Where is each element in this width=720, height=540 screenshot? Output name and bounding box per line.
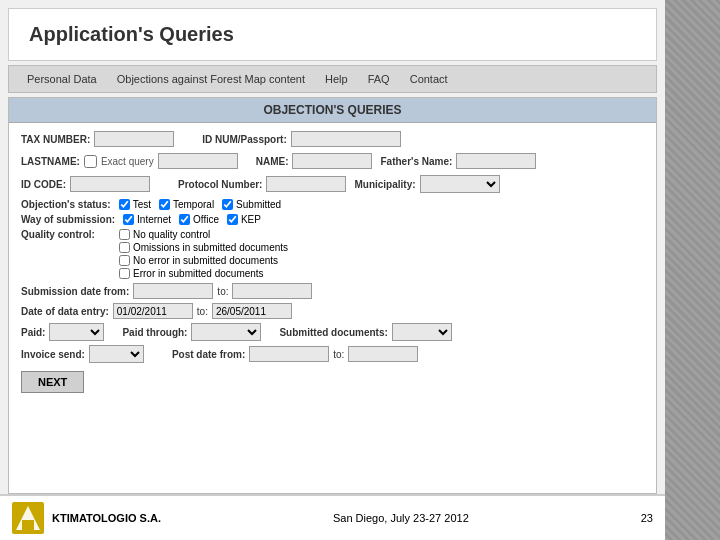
footer-page-number: 23 <box>641 512 653 524</box>
internet-checkbox-group: Internet <box>123 214 171 225</box>
submission-date-label: Submission date from: <box>21 286 129 297</box>
submitted-docs-label: Submitted documents: <box>279 327 387 338</box>
protocol-label: Protocol Number: <box>178 179 262 190</box>
error-group: Error in submitted documents <box>119 268 288 279</box>
paid-row: Paid: Paid through: Submitted documents: <box>21 323 644 341</box>
objection-status-label: Objection's status: <box>21 199 111 210</box>
omissions-label: Omissions in submitted documents <box>133 242 288 253</box>
tax-number-input[interactable] <box>94 131 174 147</box>
id-code-input[interactable] <box>70 176 150 192</box>
name-group: NAME: <box>256 153 373 169</box>
temporal-checkbox[interactable] <box>159 199 170 210</box>
right-panel <box>665 0 720 540</box>
invoice-send-group: Invoice send: <box>21 345 144 363</box>
nav-faq[interactable]: FAQ <box>358 70 400 88</box>
title-area: Application's Queries <box>8 8 657 61</box>
no-error-label: No error in submitted documents <box>133 255 278 266</box>
company-logo-icon <box>12 502 44 534</box>
no-quality-checkbox[interactable] <box>119 229 130 240</box>
paid-label: Paid: <box>21 327 45 338</box>
submitted-checkbox[interactable] <box>222 199 233 210</box>
nav-bar: Personal Data Objections against Forest … <box>8 65 657 93</box>
nav-help[interactable]: Help <box>315 70 358 88</box>
protocol-input[interactable] <box>266 176 346 192</box>
tax-number-group: TAX NUMBER: <box>21 131 174 147</box>
date-entry-from-input[interactable] <box>113 303 193 319</box>
office-checkbox-group: Office <box>179 214 219 225</box>
nav-personal-data[interactable]: Personal Data <box>17 70 107 88</box>
id-code-label: ID CODE: <box>21 179 66 190</box>
footer-event: San Diego, July 23-27 2012 <box>333 512 469 524</box>
submitted-docs-group: Submitted documents: <box>279 323 451 341</box>
nav-contact[interactable]: Contact <box>400 70 458 88</box>
no-quality-label: No quality control <box>133 229 210 240</box>
protocol-group: Protocol Number: <box>178 176 346 192</box>
objection-status-row: Objection's status: Test Temporal Submit… <box>21 199 644 210</box>
form-body: TAX NUMBER: ID NUM/Passport: LASTNAME: E… <box>9 123 656 401</box>
post-date-label: Post date from: <box>172 349 245 360</box>
right-panel-image <box>665 0 720 540</box>
invoice-send-label: Invoice send: <box>21 349 85 360</box>
paid-through-select[interactable] <box>191 323 261 341</box>
kep-label: KEP <box>241 214 261 225</box>
name-input[interactable] <box>292 153 372 169</box>
invoice-row: Invoice send: Post date from: to: <box>21 345 644 363</box>
omissions-group: Omissions in submitted documents <box>119 242 288 253</box>
lastname-label: LASTNAME: <box>21 156 80 167</box>
submission-date-to-input[interactable] <box>232 283 312 299</box>
paid-select[interactable] <box>49 323 104 341</box>
svg-rect-2 <box>22 520 34 530</box>
id-num-label: ID NUM/Passport: <box>202 134 286 145</box>
post-date-to-input[interactable] <box>348 346 418 362</box>
office-checkbox[interactable] <box>179 214 190 225</box>
no-error-group: No error in submitted documents <box>119 255 288 266</box>
temporal-label: Temporal <box>173 199 214 210</box>
submitted-docs-select[interactable] <box>392 323 452 341</box>
id-num-input[interactable] <box>291 131 401 147</box>
submission-date-from-input[interactable] <box>133 283 213 299</box>
paid-through-group: Paid through: <box>122 323 261 341</box>
fathers-name-input[interactable] <box>456 153 536 169</box>
tax-number-label: TAX NUMBER: <box>21 134 90 145</box>
test-checkbox[interactable] <box>119 199 130 210</box>
paid-group: Paid: <box>21 323 104 341</box>
quality-options: No quality control Omissions in submitte… <box>119 229 288 279</box>
municipality-select[interactable] <box>420 175 500 193</box>
exact-query-label: Exact query <box>101 156 154 167</box>
submitted-label: Submitted <box>236 199 281 210</box>
error-checkbox[interactable] <box>119 268 130 279</box>
internet-checkbox[interactable] <box>123 214 134 225</box>
no-error-checkbox[interactable] <box>119 255 130 266</box>
date-entry-to-input[interactable] <box>212 303 292 319</box>
id-num-group: ID NUM/Passport: <box>202 131 400 147</box>
omissions-checkbox[interactable] <box>119 242 130 253</box>
post-date-from-input[interactable] <box>249 346 329 362</box>
test-checkbox-group: Test <box>119 199 151 210</box>
date-entry-row: Date of data entry: to: <box>21 303 644 319</box>
lastname-input[interactable] <box>158 153 238 169</box>
invoice-send-select[interactable] <box>89 345 144 363</box>
page-title: Application's Queries <box>29 23 234 45</box>
exact-query-checkbox[interactable] <box>84 155 97 168</box>
fathers-name-group: Father's Name: <box>380 153 536 169</box>
internet-label: Internet <box>137 214 171 225</box>
nav-objections[interactable]: Objections against Forest Map content <box>107 70 315 88</box>
id-code-group: ID CODE: <box>21 176 150 192</box>
row-id-protocol: ID CODE: Protocol Number: Municipality: <box>21 175 644 193</box>
next-button[interactable]: NEXT <box>21 371 84 393</box>
post-date-group: Post date from: to: <box>172 346 418 362</box>
to-label-3: to: <box>333 349 344 360</box>
kep-checkbox[interactable] <box>227 214 238 225</box>
municipality-label: Municipality: <box>354 179 415 190</box>
footer-logo-area: KTIMATOLOGIO S.A. <box>12 502 161 534</box>
office-label: Office <box>193 214 219 225</box>
date-entry-label: Date of data entry: <box>21 306 109 317</box>
error-label: Error in submitted documents <box>133 268 264 279</box>
footer: KTIMATOLOGIO S.A. San Diego, July 23-27 … <box>0 494 665 540</box>
test-label: Test <box>133 199 151 210</box>
submitted-checkbox-group: Submitted <box>222 199 281 210</box>
row-names: LASTNAME: Exact query NAME: Father's Nam… <box>21 153 644 169</box>
quality-row: Quality control: No quality control Omis… <box>21 229 644 279</box>
no-quality-group: No quality control <box>119 229 288 240</box>
paid-through-label: Paid through: <box>122 327 187 338</box>
